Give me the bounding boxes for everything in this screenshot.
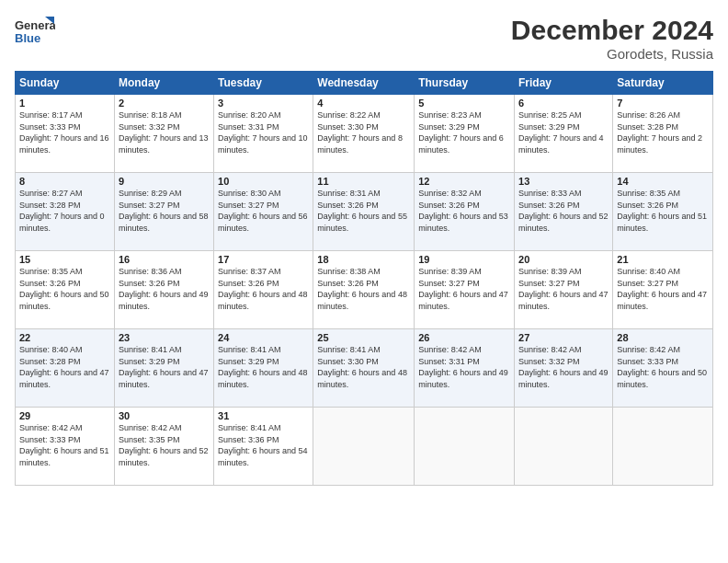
daylight-label: Daylight: 6 hours and 50 minutes. xyxy=(19,290,109,311)
sunrise-label: Sunrise: 8:37 AM xyxy=(218,267,281,276)
sunrise-label: Sunrise: 8:41 AM xyxy=(119,345,182,354)
day-number: 25 xyxy=(317,332,410,343)
sunset-label: Sunset: 3:26 PM xyxy=(218,279,279,288)
table-row: 20 Sunrise: 8:39 AM Sunset: 3:27 PM Dayl… xyxy=(515,251,613,329)
day-info: Sunrise: 8:42 AM Sunset: 3:35 PM Dayligh… xyxy=(119,422,210,468)
table-row: 23 Sunrise: 8:41 AM Sunset: 3:29 PM Dayl… xyxy=(114,329,213,408)
daylight-label: Daylight: 6 hours and 56 minutes. xyxy=(218,212,308,233)
sunset-label: Sunset: 3:26 PM xyxy=(317,279,379,288)
day-number: 9 xyxy=(119,176,210,187)
day-info: Sunrise: 8:27 AM Sunset: 3:28 PM Dayligh… xyxy=(19,188,110,234)
sunrise-label: Sunrise: 8:18 AM xyxy=(119,110,182,120)
table-row xyxy=(415,408,515,486)
daylight-label: Daylight: 6 hours and 47 minutes. xyxy=(418,290,508,311)
table-row: 13 Sunrise: 8:33 AM Sunset: 3:26 PM Dayl… xyxy=(515,173,613,251)
sunset-label: Sunset: 3:33 PM xyxy=(617,357,678,366)
daylight-label: Daylight: 6 hours and 47 minutes. xyxy=(617,290,707,311)
sunset-label: Sunset: 3:31 PM xyxy=(218,122,279,132)
day-number: 23 xyxy=(119,332,210,343)
daylight-label: Daylight: 7 hours and 6 minutes. xyxy=(418,133,504,155)
table-row: 8 Sunrise: 8:27 AM Sunset: 3:28 PM Dayli… xyxy=(16,173,115,251)
daylight-label: Daylight: 6 hours and 49 minutes. xyxy=(119,290,209,311)
daylight-label: Daylight: 6 hours and 51 minutes. xyxy=(617,212,707,233)
daylight-label: Daylight: 6 hours and 51 minutes. xyxy=(19,446,109,467)
table-row xyxy=(613,408,713,486)
table-row: 9 Sunrise: 8:29 AM Sunset: 3:27 PM Dayli… xyxy=(114,173,213,251)
sunrise-label: Sunrise: 8:41 AM xyxy=(317,345,381,354)
sunset-label: Sunset: 3:28 PM xyxy=(19,201,81,210)
page: General Blue December 2024 Gorodets, Rus… xyxy=(0,0,728,563)
sunset-label: Sunset: 3:28 PM xyxy=(617,122,678,132)
table-row: 22 Sunrise: 8:40 AM Sunset: 3:28 PM Dayl… xyxy=(16,329,115,408)
day-number: 3 xyxy=(218,98,309,109)
calendar-week-row: 15 Sunrise: 8:35 AM Sunset: 3:26 PM Dayl… xyxy=(16,251,713,329)
svg-text:General: General xyxy=(15,18,55,32)
day-number: 31 xyxy=(218,410,309,421)
day-number: 21 xyxy=(617,254,709,265)
calendar-week-row: 22 Sunrise: 8:40 AM Sunset: 3:28 PM Dayl… xyxy=(16,329,713,408)
day-info: Sunrise: 8:37 AM Sunset: 3:26 PM Dayligh… xyxy=(218,266,309,312)
day-info: Sunrise: 8:38 AM Sunset: 3:26 PM Dayligh… xyxy=(317,266,410,312)
day-number: 8 xyxy=(19,176,110,187)
sunset-label: Sunset: 3:29 PM xyxy=(418,122,480,132)
day-info: Sunrise: 8:42 AM Sunset: 3:31 PM Dayligh… xyxy=(418,344,510,390)
sunset-label: Sunset: 3:26 PM xyxy=(119,279,180,288)
day-number: 22 xyxy=(19,332,110,343)
daylight-label: Daylight: 7 hours and 16 minutes. xyxy=(19,133,109,155)
col-saturday: Saturday xyxy=(613,72,713,95)
day-info: Sunrise: 8:25 AM Sunset: 3:29 PM Dayligh… xyxy=(518,109,609,155)
col-tuesday: Tuesday xyxy=(214,72,313,95)
table-row: 25 Sunrise: 8:41 AM Sunset: 3:30 PM Dayl… xyxy=(313,329,415,408)
table-row: 6 Sunrise: 8:25 AM Sunset: 3:29 PM Dayli… xyxy=(515,95,613,173)
daylight-label: Daylight: 6 hours and 47 minutes. xyxy=(19,368,109,389)
daylight-label: Daylight: 7 hours and 13 minutes. xyxy=(119,133,209,155)
day-number: 11 xyxy=(317,176,410,187)
sunset-label: Sunset: 3:35 PM xyxy=(119,435,180,444)
day-info: Sunrise: 8:41 AM Sunset: 3:29 PM Dayligh… xyxy=(218,344,309,390)
day-info: Sunrise: 8:35 AM Sunset: 3:26 PM Dayligh… xyxy=(19,266,110,312)
daylight-label: Daylight: 7 hours and 4 minutes. xyxy=(518,133,604,155)
sunset-label: Sunset: 3:27 PM xyxy=(518,279,580,288)
table-row: 28 Sunrise: 8:42 AM Sunset: 3:33 PM Dayl… xyxy=(613,329,713,408)
sunset-label: Sunset: 3:33 PM xyxy=(19,122,81,132)
calendar-week-row: 29 Sunrise: 8:42 AM Sunset: 3:33 PM Dayl… xyxy=(16,408,713,486)
day-number: 15 xyxy=(19,254,110,265)
sunrise-label: Sunrise: 8:42 AM xyxy=(19,423,83,432)
sunset-label: Sunset: 3:32 PM xyxy=(518,357,580,366)
sunrise-label: Sunrise: 8:23 AM xyxy=(418,110,482,120)
day-number: 26 xyxy=(418,332,510,343)
table-row: 24 Sunrise: 8:41 AM Sunset: 3:29 PM Dayl… xyxy=(214,329,313,408)
table-row xyxy=(515,408,613,486)
sunrise-label: Sunrise: 8:25 AM xyxy=(518,110,582,120)
table-row: 3 Sunrise: 8:20 AM Sunset: 3:31 PM Dayli… xyxy=(214,95,313,173)
header: General Blue December 2024 Gorodets, Rus… xyxy=(15,15,713,62)
day-info: Sunrise: 8:23 AM Sunset: 3:29 PM Dayligh… xyxy=(418,109,510,155)
col-wednesday: Wednesday xyxy=(313,72,415,95)
sunset-label: Sunset: 3:29 PM xyxy=(119,357,180,366)
sunrise-label: Sunrise: 8:40 AM xyxy=(19,345,83,354)
table-row: 16 Sunrise: 8:36 AM Sunset: 3:26 PM Dayl… xyxy=(114,251,213,329)
day-info: Sunrise: 8:20 AM Sunset: 3:31 PM Dayligh… xyxy=(218,109,309,155)
table-row xyxy=(313,408,415,486)
day-number: 13 xyxy=(518,176,609,187)
day-info: Sunrise: 8:22 AM Sunset: 3:30 PM Dayligh… xyxy=(317,109,410,155)
day-number: 24 xyxy=(218,332,309,343)
calendar-title: December 2024 xyxy=(511,15,713,46)
daylight-label: Daylight: 6 hours and 49 minutes. xyxy=(518,368,609,389)
day-info: Sunrise: 8:36 AM Sunset: 3:26 PM Dayligh… xyxy=(119,266,210,312)
day-info: Sunrise: 8:17 AM Sunset: 3:33 PM Dayligh… xyxy=(19,109,110,155)
day-info: Sunrise: 8:35 AM Sunset: 3:26 PM Dayligh… xyxy=(617,188,709,234)
day-info: Sunrise: 8:26 AM Sunset: 3:28 PM Dayligh… xyxy=(617,109,709,155)
col-thursday: Thursday xyxy=(415,72,515,95)
logo: General Blue xyxy=(15,15,55,53)
daylight-label: Daylight: 6 hours and 48 minutes. xyxy=(218,368,308,389)
table-row: 2 Sunrise: 8:18 AM Sunset: 3:32 PM Dayli… xyxy=(114,95,213,173)
sunrise-label: Sunrise: 8:27 AM xyxy=(19,189,83,198)
daylight-label: Daylight: 7 hours and 0 minutes. xyxy=(19,212,105,233)
sunset-label: Sunset: 3:28 PM xyxy=(19,357,81,366)
daylight-label: Daylight: 6 hours and 54 minutes. xyxy=(218,446,308,467)
day-number: 10 xyxy=(218,176,309,187)
sunrise-label: Sunrise: 8:35 AM xyxy=(617,189,680,198)
sunset-label: Sunset: 3:27 PM xyxy=(418,279,480,288)
daylight-label: Daylight: 6 hours and 48 minutes. xyxy=(317,368,407,389)
